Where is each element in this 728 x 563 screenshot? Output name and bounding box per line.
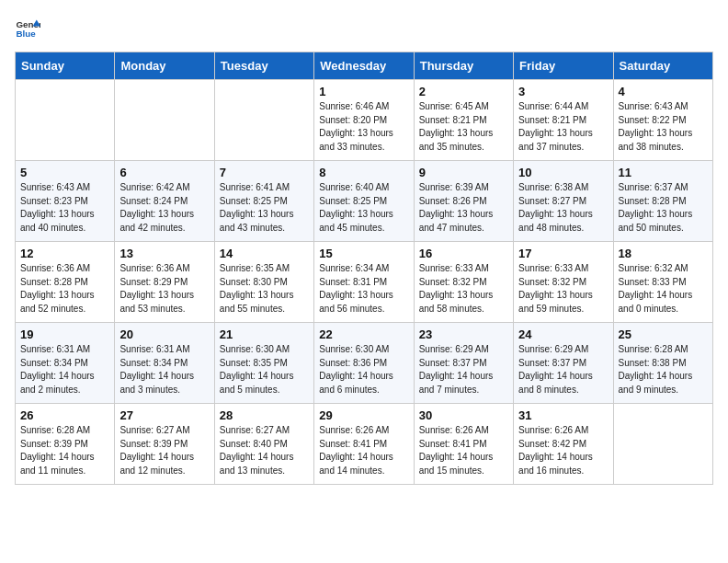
day-info: Sunrise: 6:28 AMSunset: 8:38 PMDaylight:… <box>619 343 708 396</box>
day-number: 7 <box>220 166 309 179</box>
calendar-cell: 2Sunrise: 6:45 AMSunset: 8:21 PMDaylight… <box>414 80 513 161</box>
day-info: Sunrise: 6:29 AMSunset: 8:37 PMDaylight:… <box>518 343 608 396</box>
day-number: 14 <box>220 247 309 260</box>
calendar-cell: 10Sunrise: 6:38 AMSunset: 8:27 PMDayligh… <box>514 161 613 242</box>
day-header-wednesday: Wednesday <box>314 52 414 80</box>
page-header: General Blue <box>15 15 713 40</box>
day-info: Sunrise: 6:33 AMSunset: 8:32 PMDaylight:… <box>518 262 608 316</box>
day-number: 10 <box>518 166 608 179</box>
day-number: 18 <box>619 247 708 260</box>
calendar-cell: 5Sunrise: 6:43 AMSunset: 8:23 PMDaylight… <box>16 161 115 242</box>
calendar-cell: 4Sunrise: 6:43 AMSunset: 8:22 PMDaylight… <box>613 80 712 161</box>
day-number: 6 <box>119 166 209 179</box>
day-number: 17 <box>518 247 608 260</box>
day-number: 30 <box>419 408 508 422</box>
day-info: Sunrise: 6:45 AMSunset: 8:21 PMDaylight:… <box>419 100 508 154</box>
calendar-cell: 31Sunrise: 6:26 AMSunset: 8:42 PMDayligh… <box>514 404 613 485</box>
day-header-friday: Friday <box>514 52 613 80</box>
day-number: 31 <box>518 408 608 422</box>
day-info: Sunrise: 6:41 AMSunset: 8:25 PMDaylight:… <box>220 181 309 235</box>
calendar-cell: 21Sunrise: 6:30 AMSunset: 8:35 PMDayligh… <box>214 323 313 404</box>
day-header-monday: Monday <box>115 52 214 80</box>
calendar-week-row: 12Sunrise: 6:36 AMSunset: 8:28 PMDayligh… <box>16 242 713 323</box>
day-info: Sunrise: 6:39 AMSunset: 8:26 PMDaylight:… <box>419 181 508 235</box>
calendar-week-row: 1Sunrise: 6:46 AMSunset: 8:20 PMDaylight… <box>16 80 713 161</box>
day-info: Sunrise: 6:43 AMSunset: 8:22 PMDaylight:… <box>619 100 708 154</box>
day-header-thursday: Thursday <box>414 52 513 80</box>
day-info: Sunrise: 6:46 AMSunset: 8:20 PMDaylight:… <box>319 100 408 154</box>
day-number: 9 <box>419 166 508 179</box>
day-info: Sunrise: 6:42 AMSunset: 8:24 PMDaylight:… <box>119 181 209 235</box>
svg-text:Blue: Blue <box>16 29 36 39</box>
day-number: 16 <box>419 247 508 260</box>
day-info: Sunrise: 6:35 AMSunset: 8:30 PMDaylight:… <box>220 262 309 316</box>
calendar-cell <box>115 80 214 161</box>
calendar-cell: 6Sunrise: 6:42 AMSunset: 8:24 PMDaylight… <box>115 161 214 242</box>
day-header-sunday: Sunday <box>16 52 115 80</box>
day-info: Sunrise: 6:44 AMSunset: 8:21 PMDaylight:… <box>518 100 608 154</box>
day-number: 15 <box>319 247 408 260</box>
calendar-cell: 12Sunrise: 6:36 AMSunset: 8:28 PMDayligh… <box>16 242 115 323</box>
calendar-table: SundayMondayTuesdayWednesdayThursdayFrid… <box>15 52 713 485</box>
day-info: Sunrise: 6:28 AMSunset: 8:39 PMDaylight:… <box>20 424 109 477</box>
calendar-cell: 11Sunrise: 6:37 AMSunset: 8:28 PMDayligh… <box>613 161 712 242</box>
day-info: Sunrise: 6:36 AMSunset: 8:29 PMDaylight:… <box>119 262 209 316</box>
logo-icon: General Blue <box>15 15 40 40</box>
day-number: 8 <box>319 166 408 179</box>
calendar-cell: 13Sunrise: 6:36 AMSunset: 8:29 PMDayligh… <box>115 242 214 323</box>
calendar-cell: 18Sunrise: 6:32 AMSunset: 8:33 PMDayligh… <box>613 242 712 323</box>
day-number: 2 <box>419 85 508 98</box>
day-number: 20 <box>119 327 209 341</box>
day-info: Sunrise: 6:33 AMSunset: 8:32 PMDaylight:… <box>419 262 508 316</box>
calendar-cell: 8Sunrise: 6:40 AMSunset: 8:25 PMDaylight… <box>314 161 414 242</box>
day-number: 5 <box>20 166 109 179</box>
calendar-cell: 9Sunrise: 6:39 AMSunset: 8:26 PMDaylight… <box>414 161 513 242</box>
day-number: 22 <box>319 327 408 341</box>
calendar-cell: 20Sunrise: 6:31 AMSunset: 8:34 PMDayligh… <box>115 323 214 404</box>
day-info: Sunrise: 6:34 AMSunset: 8:31 PMDaylight:… <box>319 262 408 316</box>
day-header-tuesday: Tuesday <box>214 52 313 80</box>
day-info: Sunrise: 6:26 AMSunset: 8:42 PMDaylight:… <box>518 424 608 477</box>
calendar-cell: 14Sunrise: 6:35 AMSunset: 8:30 PMDayligh… <box>214 242 313 323</box>
calendar-cell: 23Sunrise: 6:29 AMSunset: 8:37 PMDayligh… <box>414 323 513 404</box>
day-number: 25 <box>619 327 708 341</box>
calendar-cell <box>613 404 712 485</box>
day-number: 1 <box>319 85 408 98</box>
day-info: Sunrise: 6:29 AMSunset: 8:37 PMDaylight:… <box>419 343 508 396</box>
logo: General Blue <box>15 15 44 40</box>
day-info: Sunrise: 6:27 AMSunset: 8:40 PMDaylight:… <box>220 424 309 477</box>
day-number: 3 <box>518 85 608 98</box>
day-number: 29 <box>319 408 408 422</box>
day-number: 28 <box>220 408 309 422</box>
day-info: Sunrise: 6:31 AMSunset: 8:34 PMDaylight:… <box>20 343 109 396</box>
day-info: Sunrise: 6:30 AMSunset: 8:35 PMDaylight:… <box>220 343 309 396</box>
day-number: 24 <box>518 327 608 341</box>
day-info: Sunrise: 6:43 AMSunset: 8:23 PMDaylight:… <box>20 181 109 235</box>
day-info: Sunrise: 6:26 AMSunset: 8:41 PMDaylight:… <box>319 424 408 477</box>
day-number: 12 <box>20 247 109 260</box>
calendar-cell: 15Sunrise: 6:34 AMSunset: 8:31 PMDayligh… <box>314 242 414 323</box>
day-info: Sunrise: 6:36 AMSunset: 8:28 PMDaylight:… <box>20 262 109 316</box>
calendar-cell: 29Sunrise: 6:26 AMSunset: 8:41 PMDayligh… <box>314 404 414 485</box>
calendar-week-row: 26Sunrise: 6:28 AMSunset: 8:39 PMDayligh… <box>16 404 713 485</box>
day-info: Sunrise: 6:30 AMSunset: 8:36 PMDaylight:… <box>319 343 408 396</box>
day-number: 11 <box>619 166 708 179</box>
day-info: Sunrise: 6:27 AMSunset: 8:39 PMDaylight:… <box>119 424 209 477</box>
calendar-cell: 19Sunrise: 6:31 AMSunset: 8:34 PMDayligh… <box>16 323 115 404</box>
calendar-cell: 30Sunrise: 6:26 AMSunset: 8:41 PMDayligh… <box>414 404 513 485</box>
day-number: 27 <box>119 408 209 422</box>
calendar-week-row: 19Sunrise: 6:31 AMSunset: 8:34 PMDayligh… <box>16 323 713 404</box>
calendar-cell: 16Sunrise: 6:33 AMSunset: 8:32 PMDayligh… <box>414 242 513 323</box>
day-number: 4 <box>619 85 708 98</box>
day-number: 13 <box>119 247 209 260</box>
day-info: Sunrise: 6:32 AMSunset: 8:33 PMDaylight:… <box>619 262 708 316</box>
calendar-cell: 22Sunrise: 6:30 AMSunset: 8:36 PMDayligh… <box>314 323 414 404</box>
calendar-cell: 3Sunrise: 6:44 AMSunset: 8:21 PMDaylight… <box>514 80 613 161</box>
day-info: Sunrise: 6:38 AMSunset: 8:27 PMDaylight:… <box>518 181 608 235</box>
day-info: Sunrise: 6:37 AMSunset: 8:28 PMDaylight:… <box>619 181 708 235</box>
day-number: 21 <box>220 327 309 341</box>
day-info: Sunrise: 6:26 AMSunset: 8:41 PMDaylight:… <box>419 424 508 477</box>
calendar-cell: 7Sunrise: 6:41 AMSunset: 8:25 PMDaylight… <box>214 161 313 242</box>
calendar-cell: 28Sunrise: 6:27 AMSunset: 8:40 PMDayligh… <box>214 404 313 485</box>
calendar-cell: 25Sunrise: 6:28 AMSunset: 8:38 PMDayligh… <box>613 323 712 404</box>
